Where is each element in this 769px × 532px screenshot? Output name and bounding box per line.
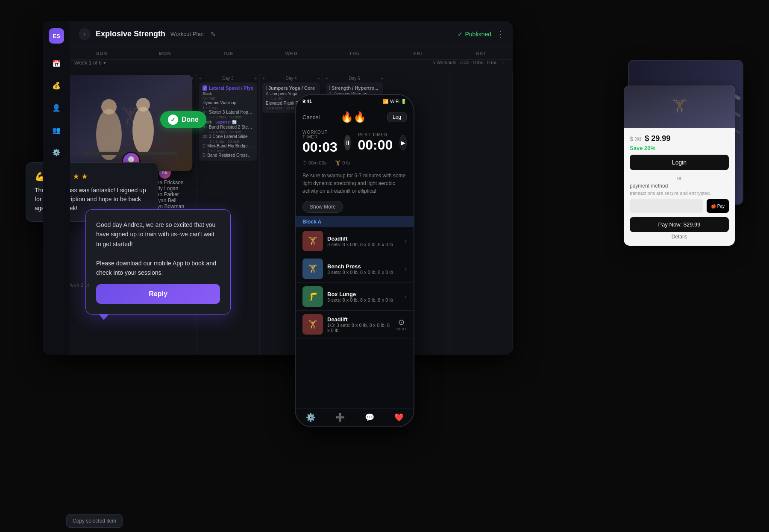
svg-point-7 — [128, 156, 134, 162]
workout-timer: WORKOUT TIMER 00:03 — [302, 130, 338, 155]
workout-card-day3[interactable]: ✓ Lateral Speed / Piyo ⋮ Block Normal Dy… — [199, 82, 257, 161]
sidebar-icon-group[interactable]: 👥 — [50, 123, 63, 137]
day-wed: WED — [260, 47, 323, 59]
pay-now-button[interactable]: Pay Now: $29.99 — [630, 217, 729, 232]
day-headers: SUN MON TUE WED THU FRI SAT — [70, 47, 513, 60]
timer-weight: 🏋 0 lb — [335, 160, 350, 166]
exercise-info-deadlift: Deadlift 3 sets: 8 x 0 lb, 8 x 0 lb, 8 x… — [327, 235, 400, 247]
payment-secure-label: transactions are secure and encrypted. — [630, 191, 729, 196]
header-subtitle: Workout Plan — [170, 31, 204, 37]
app-logo: ES — [49, 28, 64, 44]
svg-text:🏋️: 🏋️ — [672, 98, 688, 114]
apple-pay-button[interactable]: 🍎 Pay — [707, 199, 729, 213]
day-mon: MON — [133, 47, 197, 59]
payment-product-image: 🏋️ — [624, 85, 735, 128]
exercise-info-bench: Bench Press 3 sets: 8 x 0 lb, 8 x 0 lb, … — [327, 263, 400, 275]
add-icon[interactable]: ➕ — [335, 413, 345, 422]
workout-title-day4: Jumpers Yoga / Core — [268, 85, 315, 91]
payment-panel: 🏋️ $ 36 $ 29.99 Save 20% Login or paymen… — [624, 85, 735, 246]
phone-header: Cancel 🔥🔥 Log — [296, 108, 414, 126]
heart-icon[interactable]: ❤️ — [394, 413, 404, 422]
phone-bottom-bar: ⚙️ ➕ 💬 ❤️ — [296, 408, 414, 426]
reply-button[interactable]: Reply — [96, 284, 220, 304]
chevron-right-icon-2: › — [405, 265, 407, 272]
exercise-info-lunge: Box Lunge 3 sets: 8 x 0 lb, 8 x 0 lb, 8 … — [327, 291, 400, 303]
more-menu-button[interactable]: ⋮ — [496, 29, 504, 39]
exercise-sets-lunge: 3 sets: 8 x 0 lb, 8 x 0 lb, 8 x 0 lb — [327, 297, 400, 303]
phone-mockup: 9:41 📶 WiFi 🔋 Cancel 🔥🔥 Log WORKOUT TIME… — [295, 94, 414, 427]
payment-details[interactable]: Details — [630, 234, 729, 240]
play-button[interactable]: ▶ — [399, 135, 407, 150]
payment-price-row: $ 36 $ 29.99 — [630, 134, 729, 143]
reply-message: Good day Andrea, we are so excited that … — [96, 220, 220, 277]
workout-timer-value: 00:03 — [302, 139, 338, 155]
copy-bar-label: Copy selected item — [73, 518, 116, 524]
sidebar-icon-settings[interactable]: ⚙️ — [50, 145, 63, 159]
exercise-item-bench[interactable]: 🏋️ Bench Press 3 sets: 8 x 0 lb, 8 x 0 l… — [296, 255, 414, 283]
done-check-icon: ✓ — [168, 115, 178, 125]
phone-statusbar: 9:41 📶 WiFi 🔋 — [296, 95, 414, 108]
exercise-name-deadlift: Deadlift — [327, 235, 400, 242]
save-label: Save 20% — [630, 145, 729, 151]
day-thu: THU — [323, 47, 386, 59]
chat-icon[interactable]: 💬 — [365, 413, 374, 422]
timer-meta: ⏱ 00m 03s 🏋 0 lb — [296, 159, 414, 168]
done-label: Done — [182, 116, 199, 123]
exercise-sets-deadlift: 3 sets: 8 x 0 lb, 8 x 0 lb, 8 x 0 lb — [327, 242, 400, 247]
svg-text:🏋️: 🏋️ — [120, 106, 141, 126]
sidebar-icon-user[interactable]: 👤 — [50, 101, 63, 115]
done-badge: ✓ Done — [160, 111, 206, 128]
next-label: NEXT — [396, 327, 407, 331]
day-sat: SAT — [449, 47, 513, 59]
new-price: $ 29.99 — [645, 134, 670, 143]
day-tue: TUE — [197, 47, 260, 59]
workout-title-day5: Strength / Hypertro... — [332, 85, 378, 91]
timer-section: WORKOUT TIMER 00:03 ⏸ REST TIMER 00:00 ▶ — [296, 126, 414, 159]
day-col-7 — [449, 73, 513, 355]
show-more-button[interactable]: Show More — [302, 201, 343, 213]
block-a-header: Block A — [296, 216, 414, 227]
published-label: Published — [465, 31, 492, 38]
svg-text:🏋️: 🏋️ — [308, 236, 318, 246]
svg-point-3 — [101, 99, 117, 115]
timer-elapsed: ⏱ 00m 03s — [302, 160, 326, 166]
card-input[interactable] — [630, 199, 703, 213]
phone-cancel-button[interactable]: Cancel — [302, 114, 320, 121]
next-button[interactable]: ⊙ NEXT — [396, 317, 407, 331]
exercise-thumbnail-deadlift: 🏋️ — [302, 231, 323, 251]
back-button[interactable]: ‹ — [79, 28, 91, 40]
svg-text:🦵: 🦵 — [308, 292, 318, 301]
login-button[interactable]: Login — [630, 155, 729, 170]
settings-icon[interactable]: ⚙️ — [306, 413, 315, 422]
next-icon: ⊙ — [398, 317, 405, 327]
fire-icon: 🔥🔥 — [340, 111, 366, 123]
sidebar-icon-calendar[interactable]: 📅 — [50, 56, 63, 70]
payment-body: $ 36 $ 29.99 Save 20% Login or payment m… — [624, 128, 735, 246]
exercise-item-lunge[interactable]: 🦵 Box Lunge 3 sets: 8 x 0 lb, 8 x 0 lb, … — [296, 283, 414, 311]
sidebar: ES 📅 💰 👤 👥 ⚙️ — [43, 21, 70, 355]
chevron-down-icon[interactable]: ▾ — [103, 60, 106, 66]
exercise-name-deadlift2: Deadlift — [327, 316, 392, 323]
payment-method-label: payment method — [630, 183, 729, 189]
workout-title-day3: Lateral Speed / Piyo — [209, 85, 253, 91]
payment-card-row: 🍎 Pay — [630, 199, 729, 213]
workouts-summary: 5 Workouts · 3:30 · 0 lbs., 0 mi. — [433, 60, 497, 65]
pause-button[interactable]: ⏸ — [344, 135, 351, 150]
exercise-thumbnail-bench: 🏋️ — [302, 259, 323, 279]
exercise-info-deadlift2: Deadlift 1/3: 3 sets: 8 x 0 lb, 8 x 0 lb… — [327, 316, 392, 333]
sidebar-icon-billing[interactable]: 💰 — [50, 79, 63, 92]
exercise-item-deadlift2[interactable]: 🏋️ Deadlift 1/3: 3 sets: 8 x 0 lb, 8 x 0… — [296, 311, 414, 338]
exercise-item-deadlift[interactable]: 🏋️ Deadlift 3 sets: 8 x 0 lb, 8 x 0 lb, … — [296, 227, 414, 255]
workouts-more-icon[interactable]: ⋮ — [501, 60, 506, 65]
rest-timer-label: REST TIMER — [358, 132, 393, 137]
day-sun: SUN — [70, 47, 133, 59]
rest-timer: REST TIMER 00:00 — [358, 132, 393, 153]
week-label: Week 1 of 6 — [74, 60, 102, 66]
phone-screen: 9:41 📶 WiFi 🔋 Cancel 🔥🔥 Log WORKOUT TIME… — [296, 95, 414, 426]
edit-icon[interactable]: ✎ — [211, 31, 216, 38]
phone-log-button[interactable]: Log — [387, 112, 407, 122]
payment-or: or — [630, 175, 729, 181]
svg-text:🏋️: 🏋️ — [308, 264, 318, 273]
phone-icons: 📶 WiFi 🔋 — [383, 99, 407, 104]
exercise-sets-bench: 3 sets: 8 x 0 lb, 8 x 0 lb, 8 x 0 lb — [327, 270, 400, 275]
